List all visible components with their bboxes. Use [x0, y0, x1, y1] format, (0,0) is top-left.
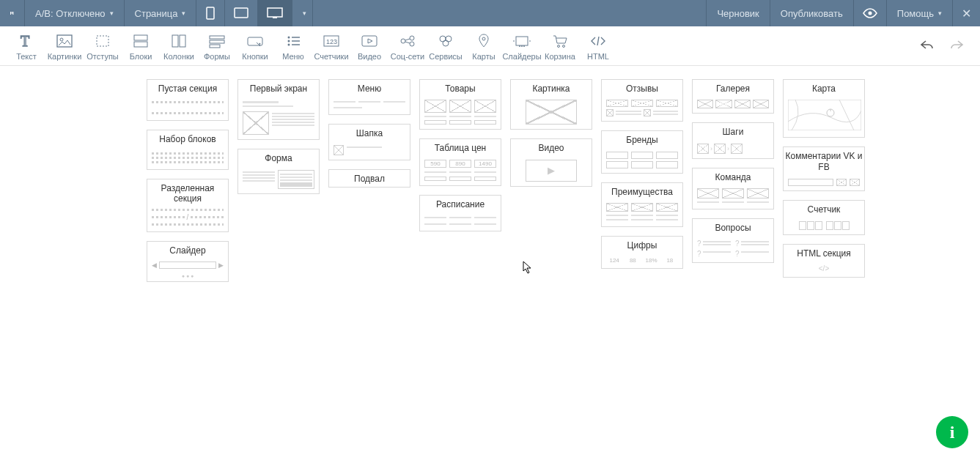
tool-spacing[interactable]: Отступы: [84, 26, 122, 66]
tool-text[interactable]: TТекст: [7, 26, 45, 66]
block-block-set[interactable]: Набор блоков: [147, 130, 229, 169]
tool-maps[interactable]: Карты: [465, 26, 503, 66]
tool-html[interactable]: HTML: [579, 26, 617, 66]
svg-point-40: [521, 45, 523, 47]
svg-point-34: [440, 36, 446, 42]
tool-columns[interactable]: Колонки: [160, 26, 198, 66]
svg-rect-5: [268, 8, 282, 17]
svg-rect-18: [210, 45, 220, 48]
tool-video[interactable]: Видео: [350, 26, 388, 66]
block-steps[interactable]: Шаги ››: [692, 122, 774, 158]
tool-images[interactable]: Картинки: [45, 26, 84, 66]
close-icon: ✕: [962, 7, 971, 21]
block-video[interactable]: Видео ▶: [510, 138, 592, 186]
block-empty-section[interactable]: Пустая секция: [147, 79, 229, 121]
svg-rect-0: [10, 12, 11, 15]
svg-point-31: [410, 42, 414, 46]
tool-social[interactable]: Соц-сети: [388, 26, 427, 66]
tool-counters[interactable]: 123Счетчики: [312, 26, 350, 66]
svg-rect-12: [134, 35, 147, 40]
svg-point-37: [482, 37, 485, 40]
svg-rect-6: [273, 17, 277, 18]
block-html-section[interactable]: HTML секция </>: [783, 244, 865, 278]
tool-blocks[interactable]: Блоки: [122, 26, 160, 66]
help-fab[interactable]: i: [936, 416, 968, 448]
info-icon: i: [950, 423, 955, 442]
svg-rect-13: [134, 42, 147, 47]
svg-line-33: [405, 42, 410, 43]
tool-buttons[interactable]: Кнопки: [236, 26, 274, 66]
block-map[interactable]: Карта: [783, 79, 865, 138]
block-comments[interactable]: Комментарии VK и FB: [783, 146, 865, 191]
svg-point-39: [519, 45, 520, 47]
svg-point-29: [401, 39, 405, 43]
svg-point-20: [288, 36, 290, 38]
publish-button[interactable]: Опубликовать: [770, 0, 854, 26]
svg-rect-15: [180, 35, 185, 47]
block-brands[interactable]: Бренды: [601, 130, 683, 173]
svg-point-24: [288, 43, 290, 45]
svg-rect-16: [210, 36, 224, 39]
block-pricing[interactable]: Таблица цен 5908901490: [419, 138, 501, 185]
svg-rect-17: [210, 40, 224, 43]
block-form[interactable]: Форма: [237, 149, 320, 193]
svg-point-30: [410, 36, 414, 40]
svg-line-32: [405, 39, 410, 40]
svg-point-35: [446, 36, 452, 42]
block-team[interactable]: Команда: [692, 168, 774, 209]
help-menu[interactable]: Помощь▾: [887, 0, 953, 26]
svg-point-22: [288, 40, 290, 42]
status-draft: Черновик: [707, 0, 770, 26]
block-templates: Пустая секция Набор блоков Разделенная с…: [0, 66, 980, 282]
topbar: A/B: Отключено▾ Страница▾ ▾ Черновик Опу…: [0, 0, 980, 26]
device-tablet[interactable]: [225, 0, 258, 26]
page-menu[interactable]: Страница▾: [125, 0, 197, 26]
block-advantages[interactable]: Преимущества: [601, 182, 683, 227]
svg-point-7: [868, 12, 872, 15]
block-faq[interactable]: Вопросы ????: [692, 218, 774, 262]
svg-rect-28: [362, 36, 377, 46]
tool-services[interactable]: Сервисы: [427, 26, 465, 66]
device-desktop[interactable]: [258, 0, 292, 26]
svg-point-43: [563, 45, 565, 47]
ab-toggle-label: A/B: Отключено: [35, 8, 106, 19]
ab-toggle[interactable]: A/B: Отключено▾: [25, 0, 125, 26]
block-header[interactable]: Шапка: [328, 124, 410, 160]
svg-point-36: [443, 40, 449, 46]
block-counter[interactable]: Счетчик: [783, 200, 865, 234]
svg-text:T: T: [21, 33, 29, 49]
block-split-section[interactable]: Разделенная секция /: [147, 179, 229, 232]
svg-rect-11: [97, 36, 108, 46]
chevron-down-icon: ▾: [182, 10, 185, 17]
tool-cart[interactable]: Корзина: [541, 26, 579, 66]
device-mobile[interactable]: [196, 0, 225, 26]
undo-button[interactable]: [920, 40, 935, 52]
device-more[interactable]: ▾: [292, 0, 313, 26]
chevron-down-icon: ▾: [303, 10, 306, 17]
block-first-screen[interactable]: Первый экран: [237, 79, 320, 140]
preview-button[interactable]: [854, 0, 887, 26]
block-image[interactable]: Картинка: [510, 79, 592, 130]
tool-menu[interactable]: Меню: [274, 26, 312, 66]
redo-button[interactable]: [949, 40, 964, 52]
page-menu-label: Страница: [135, 8, 178, 19]
block-digits[interactable]: Цифры 1248818%18: [601, 236, 683, 268]
app-logo[interactable]: [0, 0, 25, 26]
block-footer[interactable]: Подвал: [328, 169, 410, 188]
block-slider[interactable]: Слайдер ◀▶ ● ● ●: [147, 241, 229, 282]
tool-forms[interactable]: Формы: [198, 26, 236, 66]
toolbar: TТекст Картинки Отступы Блоки Колонки Фо…: [0, 26, 980, 66]
svg-rect-3: [207, 7, 214, 19]
block-gallery[interactable]: Галерея: [692, 79, 774, 114]
tool-sliders[interactable]: Слайдеры: [503, 26, 541, 66]
block-products[interactable]: Товары: [419, 79, 501, 130]
svg-point-41: [523, 45, 525, 47]
block-reviews[interactable]: Отзывы: [601, 79, 683, 122]
close-button[interactable]: ✕: [953, 0, 980, 26]
block-menu[interactable]: Меню: [328, 79, 410, 115]
topbar-spacer: [313, 0, 707, 26]
block-schedule[interactable]: Расписание: [419, 195, 501, 231]
svg-rect-2: [12, 12, 13, 15]
svg-point-42: [558, 45, 560, 47]
chevron-down-icon: ▾: [938, 10, 942, 17]
